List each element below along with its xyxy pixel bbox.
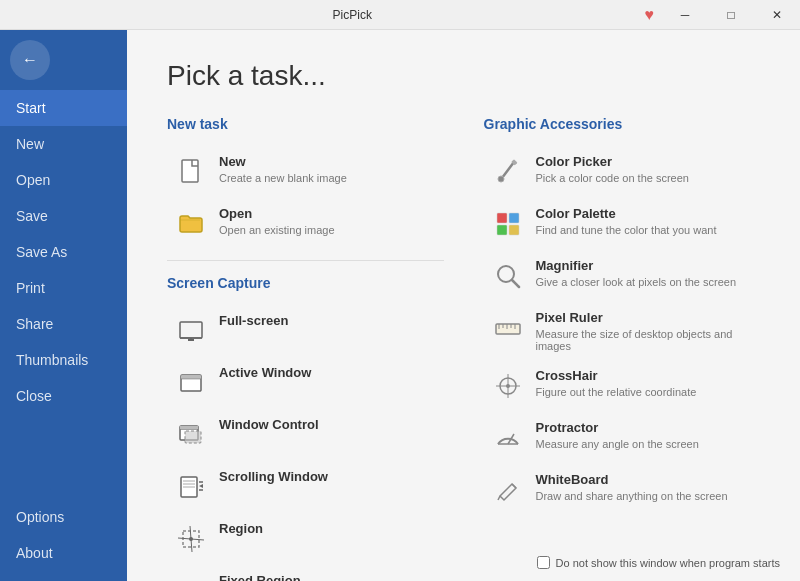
pixel-ruler-icon [490,310,526,346]
task-magnifier[interactable]: Magnifier Give a closer look at pixels o… [484,250,761,302]
task-whiteboard-text: WhiteBoard Draw and share anything on th… [536,472,728,502]
maximize-button[interactable]: □ [708,0,754,30]
task-active-window[interactable]: Active Window [167,357,444,409]
task-crosshair-text: CrossHair Figure out the relative coordi… [536,368,697,398]
sidebar: ← Start New Open Save Save As Print Shar… [0,30,127,581]
task-region-text: Region [219,521,263,538]
content-footer: Do not show this window when program sta… [537,556,780,569]
task-open-text: Open Open an existing image [219,206,335,236]
task-pixel-ruler[interactable]: Pixel Ruler Measure the size of desktop … [484,302,761,360]
close-button[interactable]: ✕ [754,0,800,30]
svg-rect-6 [181,375,201,379]
task-new[interactable]: New Create a new blank image [167,146,444,198]
task-color-picker-text: Color Picker Pick a color code on the sc… [536,154,689,184]
task-fixed-region-text: Fixed Region [219,573,301,581]
svg-rect-11 [185,431,201,443]
open-folder-icon [173,206,209,242]
sidebar-item-open[interactable]: Open [0,162,127,198]
task-full-screen-text: Full-screen [219,313,288,330]
fixed-region-icon [173,573,209,581]
sidebar-item-new[interactable]: New [0,126,127,162]
sidebar-item-about[interactable]: About [0,535,127,571]
svg-rect-33 [497,213,507,223]
heart-icon: ♥ [645,6,655,24]
sidebar-item-share[interactable]: Share [0,306,127,342]
content-area: Pick a task... New task [127,30,800,581]
task-color-palette[interactable]: Color Palette Find and tune the color th… [484,198,761,250]
sidebar-item-save-as[interactable]: Save As [0,234,127,270]
svg-rect-36 [509,225,519,235]
screen-capture-section-title: Screen Capture [167,275,444,291]
sidebar-nav: Start New Open Save Save As Print Share … [0,90,127,581]
sidebar-item-save[interactable]: Save [0,198,127,234]
sidebar-item-print[interactable]: Print [0,270,127,306]
region-icon [173,521,209,557]
task-whiteboard[interactable]: WhiteBoard Draw and share anything on th… [484,464,761,516]
section-divider [167,260,444,261]
graphic-accessories-section-title: Graphic Accessories [484,116,761,132]
task-scrolling-window-text: Scrolling Window [219,469,328,486]
task-color-palette-text: Color Palette Find and tune the color th… [536,206,717,236]
svg-point-48 [506,384,510,388]
minimize-button[interactable]: ─ [662,0,708,30]
sidebar-item-start[interactable]: Start [0,90,127,126]
back-icon: ← [22,51,38,69]
right-column: Graphic Accessories Color Picker Pick a … [484,116,761,581]
crosshair-icon [490,368,526,404]
task-open[interactable]: Open Open an existing image [167,198,444,250]
whiteboard-icon [490,472,526,508]
svg-point-31 [498,176,504,182]
task-crosshair[interactable]: CrossHair Figure out the relative coordi… [484,360,761,412]
task-new-text: New Create a new blank image [219,154,347,184]
left-column: New task New Create a new blank image [167,116,444,581]
svg-line-30 [502,162,514,178]
svg-point-22 [189,537,193,541]
svg-rect-34 [509,213,519,223]
dont-show-label: Do not show this window when program sta… [556,557,780,569]
task-window-control[interactable]: Window Control [167,409,444,461]
svg-rect-35 [497,225,507,235]
color-palette-icon [490,206,526,242]
svg-line-52 [498,496,500,500]
app-body: ← Start New Open Save Save As Print Shar… [0,30,800,581]
content-grid: New task New Create a new blank image [167,116,760,581]
task-protractor-text: Protractor Measure any angle on the scre… [536,420,699,450]
task-window-control-text: Window Control [219,417,319,434]
magnifier-icon [490,258,526,294]
dont-show-checkbox[interactable] [537,556,550,569]
sidebar-bottom: Options About [0,499,127,581]
sidebar-item-thumbnails[interactable]: Thumbnails [0,342,127,378]
svg-rect-9 [180,426,198,430]
new-task-section-title: New task [167,116,444,132]
task-pixel-ruler-text: Pixel Ruler Measure the size of desktop … [536,310,755,352]
window-control-icon [173,417,209,453]
task-magnifier-text: Magnifier Give a closer look at pixels o… [536,258,737,288]
app-title: PicPick [60,8,645,22]
sidebar-item-options[interactable]: Options [0,499,127,535]
scrolling-window-icon [173,469,209,505]
svg-rect-1 [180,322,202,338]
window-controls: ♥ ─ □ ✕ [645,0,801,29]
back-button[interactable]: ← [10,40,50,80]
title-bar: PicPick ♥ ─ □ ✕ [0,0,800,30]
task-color-picker[interactable]: Color Picker Pick a color code on the sc… [484,146,761,198]
full-screen-icon [173,313,209,349]
active-window-icon [173,365,209,401]
task-protractor[interactable]: Protractor Measure any angle on the scre… [484,412,761,464]
new-file-icon [173,154,209,190]
task-scrolling-window[interactable]: Scrolling Window [167,461,444,513]
svg-line-38 [512,280,519,287]
sidebar-item-close[interactable]: Close [0,378,127,414]
svg-line-51 [512,484,516,488]
svg-marker-16 [199,484,203,488]
svg-rect-0 [182,160,198,182]
page-title: Pick a task... [167,60,760,92]
color-picker-icon [490,154,526,190]
protractor-icon [490,420,526,456]
task-fixed-region[interactable]: Fixed Region [167,565,444,581]
task-region[interactable]: Region [167,513,444,565]
svg-rect-39 [496,324,520,334]
task-active-window-text: Active Window [219,365,311,382]
task-full-screen[interactable]: Full-screen [167,305,444,357]
